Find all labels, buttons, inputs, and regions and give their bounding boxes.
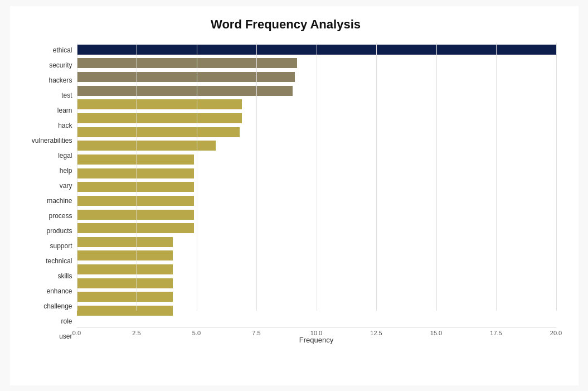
y-label: enhance	[46, 285, 72, 297]
bar-row	[77, 98, 556, 110]
y-label: technical	[46, 255, 72, 267]
bar	[77, 127, 240, 137]
bar-row	[77, 139, 556, 152]
y-label: test	[61, 89, 72, 102]
x-tick: 10.0	[310, 330, 322, 336]
x-tick: 20.0	[550, 330, 562, 336]
y-label: challenge	[43, 300, 72, 312]
bar-row	[77, 126, 556, 138]
bars-container	[77, 43, 556, 335]
bar-row	[77, 57, 556, 69]
bar-row	[77, 209, 556, 221]
plot-area: 0.02.55.07.510.012.515.017.520.0 Frequen…	[77, 43, 556, 344]
bar-row	[77, 167, 556, 180]
x-tick: 7.5	[252, 330, 260, 336]
y-label: help	[60, 165, 72, 177]
bar	[77, 210, 195, 220]
bar	[77, 155, 195, 165]
bar	[77, 182, 195, 192]
x-axis: 0.02.55.07.510.012.515.017.520.0	[77, 327, 556, 344]
bar	[77, 223, 195, 233]
x-tick: 15.0	[430, 330, 442, 336]
bar-row	[77, 236, 556, 248]
bar-row	[77, 44, 556, 56]
bar-row	[77, 305, 556, 317]
y-label: ethical	[53, 44, 72, 56]
bar-row	[77, 71, 556, 83]
bar-row	[77, 112, 556, 124]
bar	[77, 168, 195, 178]
y-label: user	[59, 330, 72, 342]
bar-row	[77, 181, 556, 193]
bar	[77, 306, 173, 316]
y-label: security	[49, 59, 72, 71]
bar-row	[77, 263, 556, 276]
bar	[77, 86, 293, 96]
y-label: legal	[58, 149, 72, 162]
y-label: machine	[47, 195, 72, 207]
y-label: vary	[60, 180, 72, 192]
x-tick: 12.5	[370, 330, 382, 336]
bar	[77, 292, 173, 302]
bar	[77, 196, 195, 206]
bar-row	[77, 291, 556, 303]
bar-row	[77, 222, 556, 234]
bar	[77, 45, 556, 55]
chart-title: Word Frequency Analysis	[16, 17, 556, 32]
y-label: products	[46, 225, 72, 237]
y-label: role	[61, 315, 72, 327]
bar	[77, 237, 173, 247]
x-tick: 5.0	[192, 330, 201, 336]
x-tick: 17.5	[490, 330, 502, 336]
y-label: skills	[58, 270, 72, 282]
y-axis: ethicalsecurityhackerstestlearnhackvulne…	[16, 43, 77, 344]
bar	[77, 99, 242, 109]
bar-row	[77, 277, 556, 289]
x-tick: 0.0	[72, 330, 81, 336]
bar	[77, 141, 216, 151]
bar	[77, 113, 242, 123]
x-tick: 2.5	[132, 330, 140, 336]
bar	[77, 250, 173, 260]
chart-container: Word Frequency Analysis ethicalsecurityh…	[10, 6, 579, 385]
y-label: process	[48, 210, 72, 222]
bar-row	[77, 85, 556, 97]
bar-row	[77, 249, 556, 262]
y-label: support	[50, 240, 72, 252]
bar	[77, 264, 173, 274]
y-label: vulnerabilities	[32, 134, 72, 147]
y-label: hack	[58, 119, 72, 132]
y-label: learn	[57, 104, 72, 117]
bar-row	[77, 195, 556, 207]
chart-area: ethicalsecurityhackerstestlearnhackvulne…	[16, 43, 556, 344]
bar	[77, 72, 295, 82]
y-label: hackers	[48, 74, 72, 86]
bar-row	[77, 153, 556, 166]
bar	[77, 58, 298, 68]
bar	[77, 278, 173, 288]
gridline	[556, 43, 557, 311]
